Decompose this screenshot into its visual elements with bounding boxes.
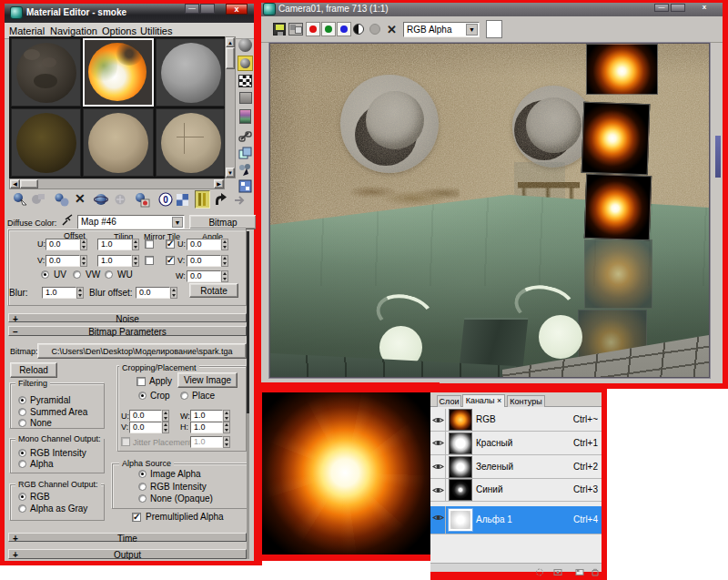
svg-text:0: 0 xyxy=(163,195,168,205)
